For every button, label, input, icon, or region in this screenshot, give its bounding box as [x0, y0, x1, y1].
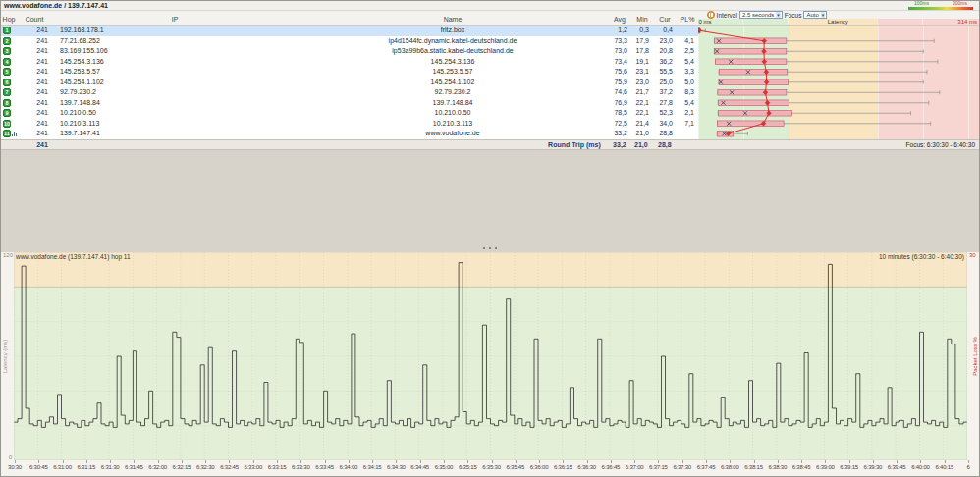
x-axis-label: 6:30:45	[29, 464, 48, 470]
hop-count: 241	[17, 98, 52, 109]
hop-row[interactable]: 224177.21.68.252ip4d1544fc.dynamic.kabel…	[1, 36, 698, 47]
summary-hop-cell	[1, 140, 17, 149]
hop-min: 19,1	[631, 57, 653, 68]
hop-cell: 2	[1, 36, 17, 47]
hop-ip: 145.254.1.102	[52, 78, 298, 88]
hop-name: 145.253.5.57	[298, 67, 608, 78]
hop-count: 241	[17, 57, 52, 68]
pane-splitter[interactable]	[1, 243, 979, 252]
focus-select[interactable]: Auto▾	[803, 11, 827, 19]
x-axis-tick	[658, 460, 659, 463]
empty-area	[1, 150, 979, 243]
hop-count: 241	[17, 129, 52, 139]
hop-row[interactable]: 11241139.7.147.41www.vodafone.de33,221,0…	[1, 129, 698, 139]
x-axis-label: 6:32:30	[196, 464, 215, 470]
x-axis-label: 6:36:45	[602, 464, 621, 470]
hop-table: 1241192.168.178.1fritz.box1,20,30,422417…	[1, 26, 979, 139]
hop-min: 23,1	[631, 67, 653, 78]
timeline-plot[interactable]: www.vodafone.de (139.7.147.41) hop 11 10…	[14, 252, 967, 460]
hop-avg: 75,9	[608, 78, 631, 88]
hop-row[interactable]: 8241139.7.148.84139.7.148.8476,922,127,8…	[1, 98, 698, 109]
hop-number-badge: 4	[3, 58, 11, 66]
x-axis-label: 6:36:15	[554, 464, 572, 470]
pause-button[interactable]	[707, 11, 715, 19]
x-axis-tick	[634, 460, 635, 463]
hop-min: 21,7	[631, 87, 653, 98]
hop-row[interactable]: 4241145.254.3.136145.254.3.13673,419,136…	[1, 57, 698, 68]
x-axis-label: 6:39:15	[840, 464, 858, 470]
column-header-min[interactable]: Min	[631, 16, 653, 24]
x-axis-label: 6:33:00	[244, 464, 262, 470]
x-axis-tick	[516, 460, 517, 463]
hop-loss: 8,3	[677, 87, 698, 98]
x-axis-tick	[420, 460, 421, 463]
hop-loss: 7,1	[677, 119, 698, 130]
column-header-ip[interactable]: IP	[52, 16, 298, 24]
x-axis-tick	[253, 460, 254, 463]
hop-cell: 9	[1, 108, 17, 119]
column-header-hop[interactable]: Hop	[1, 16, 17, 24]
x-axis-label: 6:31:15	[78, 464, 96, 470]
hop-name: 139.7.148.84	[298, 98, 608, 109]
hop-cell: 3	[1, 46, 17, 57]
hop-number-badge: 9	[3, 109, 11, 117]
hop-row[interactable]: 1241192.168.178.1fritz.box1,20,30,4	[1, 26, 698, 36]
hop-name: ip4d1544fc.dynamic.kabel-deutschland.de	[298, 36, 608, 47]
column-header-cur[interactable]: Cur	[653, 16, 677, 24]
hop-cur: 37,2	[653, 87, 677, 98]
x-axis-label: 6	[966, 464, 969, 470]
timeline-title: www.vodafone.de (139.7.147.41) hop 11	[16, 253, 131, 260]
hop-count: 241	[17, 67, 52, 78]
x-axis-label: 6:31:00	[53, 464, 72, 470]
x-axis-label: 6:32:00	[148, 464, 167, 470]
hop-row[interactable]: 324183.169.155.106ip53a99b6a.static.kabe…	[1, 46, 698, 57]
hop-avg: 74,6	[608, 87, 631, 98]
timeline-y-axis: 120 Latency (ms) 0	[1, 252, 14, 460]
x-axis-label: 6:37:00	[626, 464, 644, 470]
x-axis-tick	[968, 460, 969, 463]
hop-row[interactable]: 724192.79.230.292.79.230.274,621,737,28,…	[1, 87, 698, 98]
hop-min: 17,9	[631, 36, 653, 47]
summary-min: 21,0	[630, 140, 652, 149]
hop-row[interactable]: 924110.210.0.5010.210.0.5078,522,152,32,…	[1, 108, 698, 119]
column-header-count[interactable]: Count	[17, 16, 52, 24]
interval-select[interactable]: 2.5 seconds▾	[739, 11, 783, 19]
hop-row[interactable]: 1024110.210.3.11310.210.3.11372,521,434,…	[1, 119, 698, 130]
hop-row[interactable]: 5241145.253.5.57145.253.5.5775,623,155,5…	[1, 67, 698, 78]
hop-count: 241	[17, 87, 52, 98]
x-axis-tick	[325, 460, 326, 463]
x-axis-label: 6:39:45	[888, 464, 906, 470]
hop-loss: 2,5	[677, 46, 698, 57]
x-axis-label: 6:33:15	[268, 464, 287, 470]
legend-label-100ms: 100ms	[914, 1, 929, 6]
summary-pl	[676, 140, 697, 149]
interval-value: 2.5 seconds	[742, 12, 774, 18]
hop-loss: 3,3	[677, 67, 698, 78]
hop-name: 10.210.3.113	[298, 119, 608, 130]
latency-scale-header: 0 ms Latency 314 ms	[697, 19, 979, 25]
column-header-name[interactable]: Name	[298, 16, 608, 24]
hop-name: 145.254.3.136	[298, 57, 608, 68]
x-axis-tick	[539, 460, 540, 463]
hop-latency-graph[interactable]	[698, 26, 979, 139]
x-axis-tick	[611, 460, 612, 463]
x-axis-tick	[873, 460, 874, 463]
latency-gradient-bar	[908, 7, 973, 10]
x-axis-tick	[38, 460, 39, 463]
hop-ip: 10.210.3.113	[52, 119, 298, 130]
y-axis-label: Latency (ms)	[2, 340, 8, 374]
column-header-pl[interactable]: PL%	[677, 16, 698, 24]
hop-avg: 75,6	[608, 67, 631, 78]
x-axis-label: 6:39:00	[816, 464, 835, 470]
hop-number-badge: 11	[3, 130, 11, 137]
trace-toolbar: Interval 2.5 seconds▾ Focus Auto▾	[697, 11, 979, 19]
legend-label-200ms: 200ms	[953, 1, 967, 6]
x-axis-label: 6:34:00	[340, 464, 358, 470]
summary-cur: 28,8	[652, 140, 676, 149]
hop-name: ip53a99b6a.static.kabel-deutschland.de	[298, 46, 608, 57]
chevron-down-icon: ▾	[776, 12, 781, 18]
x-axis-label: 6:33:30	[292, 464, 310, 470]
header-band: Hop Count IP Name Avg Min Cur PL% Interv…	[1, 11, 979, 26]
column-header-avg[interactable]: Avg	[608, 16, 631, 24]
hop-row[interactable]: 6241145.254.1.102145.254.1.10275,923,025…	[1, 78, 698, 88]
